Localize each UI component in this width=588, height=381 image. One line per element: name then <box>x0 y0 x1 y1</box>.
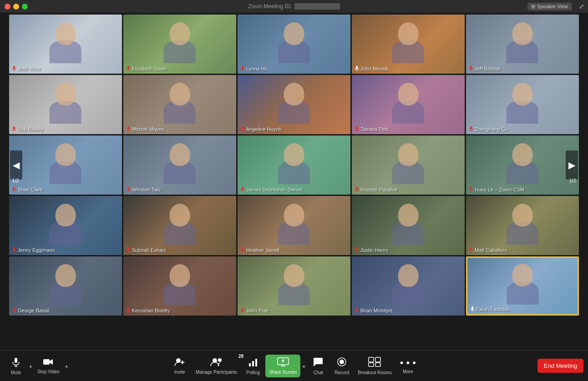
video-cell[interactable]: Brian McIntyre <box>352 256 465 316</box>
mic-icon <box>11 357 21 369</box>
participant-name: Heather Jarrett <box>240 247 279 253</box>
participant-mic-icon <box>355 126 359 132</box>
participant-mic-icon <box>12 186 16 193</box>
svg-rect-36 <box>356 247 358 251</box>
video-cell[interactable]: Shari Clare <box>9 135 122 195</box>
toolbar-left: Mute ▲ Stop Video ▲ <box>5 355 69 377</box>
video-cell[interactable]: George Bassil <box>9 256 122 316</box>
video-cell[interactable]: Justin Henry <box>352 196 465 255</box>
participant-mic-icon <box>470 306 475 312</box>
share-screen-label: Share Screen <box>269 370 297 375</box>
breakout-rooms-button[interactable]: Breakout Rooms <box>354 355 395 377</box>
video-cell[interactable]: Mitchel Mayes <box>123 75 236 134</box>
video-cell[interactable]: Josh Witty <box>9 15 122 74</box>
share-caret[interactable]: ▲ <box>302 364 306 368</box>
participant-mic-icon <box>355 65 359 72</box>
chat-button[interactable]: Chat <box>307 355 329 377</box>
prev-page-button[interactable]: ◀ <box>10 150 22 180</box>
svg-rect-50 <box>15 358 17 363</box>
video-cell[interactable]: Zhenghang Gu <box>466 75 579 134</box>
video-cell[interactable]: Lynna Hu <box>238 15 350 74</box>
record-icon <box>337 357 347 369</box>
speaker-view-button[interactable]: ⊞ Speaker View <box>527 3 572 10</box>
video-cell[interactable]: Elizabeth Swan <box>123 15 236 74</box>
svg-rect-10 <box>13 126 15 130</box>
fullscreen-button[interactable] <box>22 4 28 10</box>
video-cell[interactable]: Subriah Esharc <box>123 196 236 255</box>
video-cell[interactable]: Huey Le – Zoom CSM <box>466 135 579 195</box>
video-cell[interactable]: Heather Jarrett <box>238 196 350 255</box>
meeting-id-value <box>294 3 340 10</box>
participant-name: George Bassil <box>12 307 49 314</box>
participant-name: Jenny Eggimann <box>12 247 55 253</box>
video-cell[interactable]: Jeff Bechtel <box>466 15 579 74</box>
video-cell[interactable]: Rob Rinsky <box>9 75 122 134</box>
svg-rect-22 <box>127 187 129 190</box>
svg-rect-24 <box>242 187 243 190</box>
participant-mic-icon <box>126 65 131 72</box>
participant-name: Mitchel Mayes <box>126 126 164 132</box>
svg-point-58 <box>218 358 222 362</box>
speaker-view-grid-icon: ⊞ <box>531 4 535 10</box>
fullscreen-icon[interactable]: ⤢ <box>579 3 584 10</box>
more-button[interactable]: • • • More <box>396 356 420 376</box>
invite-button[interactable]: Invite <box>168 356 191 376</box>
video-cell[interactable]: Tamara Pitts <box>352 75 465 134</box>
participant-mic-icon <box>12 126 16 132</box>
participant-mic-icon <box>240 65 245 72</box>
invite-label: Invite <box>174 370 185 375</box>
mute-button[interactable]: Mute <box>5 355 27 377</box>
participant-name: Lynna Hu <box>240 65 268 72</box>
svg-rect-4 <box>242 66 243 69</box>
participant-mic-icon <box>126 307 131 314</box>
participant-name: Jeff Bechtel <box>469 65 501 72</box>
video-cell[interactable]: Angeline Huynh <box>238 75 350 134</box>
close-button[interactable] <box>5 4 10 10</box>
participant-name: John Poje <box>240 307 269 314</box>
svg-rect-59 <box>249 363 251 366</box>
participant-name: Tamara Pitts <box>355 126 388 132</box>
mute-caret[interactable]: ▲ <box>29 364 33 368</box>
share-screen-button[interactable]: Share Screen <box>265 355 300 377</box>
svg-rect-38 <box>470 247 472 251</box>
manage-participants-button[interactable]: 28 Manage Participants <box>192 356 241 376</box>
svg-rect-14 <box>242 126 243 130</box>
toolbar-center: Invite 28 Manage Participants <box>168 355 420 377</box>
stop-video-button[interactable]: Stop Video <box>34 356 63 376</box>
traffic-lights <box>5 4 28 10</box>
polling-label: Polling <box>246 370 260 375</box>
video-cell[interactable]: James Desmond– Denve... <box>238 135 350 195</box>
video-cell[interactable]: Rozette Pasahol <box>352 135 465 195</box>
record-button[interactable]: Record <box>330 355 353 377</box>
video-cell[interactable]: Jenny Eggimann <box>9 196 122 255</box>
video-grid: Josh Witty Elizabeth Swan Lynna Hu John … <box>9 15 579 316</box>
video-cell[interactable]: Winston Twu <box>123 135 236 195</box>
video-cell[interactable]: Matt Caballero <box>466 196 579 255</box>
participant-name: James Desmond– Denve... <box>240 186 307 193</box>
svg-rect-69 <box>369 363 374 366</box>
svg-point-66 <box>340 360 344 364</box>
video-cell[interactable]: John Poje <box>238 256 350 316</box>
breakout-rooms-label: Breakout Rooms <box>358 370 391 375</box>
end-meeting-button[interactable]: End Meeting <box>537 359 583 373</box>
video-caret[interactable]: ▲ <box>65 364 69 368</box>
polling-button[interactable]: Polling <box>242 355 264 377</box>
participant-name: Farah Faraclas <box>470 306 510 312</box>
video-cell[interactable]: John Mensik <box>352 15 465 74</box>
svg-rect-61 <box>255 359 257 366</box>
video-cell[interactable]: Farah Faraclas <box>466 256 579 316</box>
participant-mic-icon <box>240 186 245 193</box>
next-page-button[interactable]: ▶ <box>566 150 578 180</box>
svg-rect-70 <box>375 363 380 366</box>
minimize-button[interactable] <box>13 4 19 10</box>
video-cell[interactable]: Kerushan Bisetty <box>123 256 236 316</box>
mute-label: Mute <box>11 370 21 375</box>
participants-count-badge: 28 <box>238 354 243 359</box>
svg-rect-18 <box>470 126 472 130</box>
polling-icon <box>248 357 258 369</box>
svg-rect-34 <box>242 247 243 251</box>
svg-rect-53 <box>43 359 50 365</box>
more-icon: • • • <box>400 358 416 368</box>
participant-mic-icon <box>469 186 473 193</box>
svg-rect-26 <box>356 187 358 190</box>
